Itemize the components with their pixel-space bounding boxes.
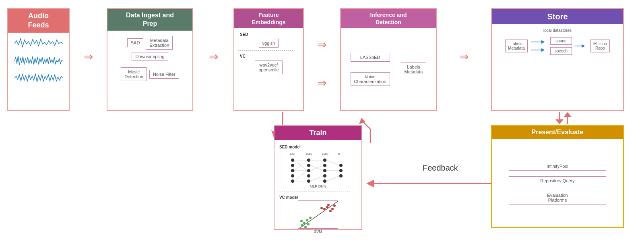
store-arrows	[531, 36, 547, 56]
svg-point-34	[339, 174, 343, 177]
data-ingest-header: Data Ingest and Prep	[107, 9, 192, 31]
svg-line-45	[326, 160, 339, 165]
store-header: Store	[492, 9, 623, 24]
local-datastores-label: local datastores	[543, 28, 572, 33]
vc-model-label: VC model	[279, 195, 298, 200]
svg-point-22	[307, 159, 310, 162]
infinity-pool-box: InfinityPool	[509, 162, 606, 171]
present-content: InfinityPool Repository Query Evaluation…	[492, 139, 623, 227]
audio-feeds-header: Audio Feeds	[8, 9, 69, 33]
store-box: Store local datastores Labels Metadata	[491, 8, 624, 111]
vggish-box: vggish	[259, 39, 279, 48]
svg-point-53	[300, 220, 303, 222]
svm-container: SVM	[278, 200, 358, 234]
feature-embed-content: SED vggish VC wav2vec/ opensmile	[234, 28, 303, 110]
nn-svg: 128 1000 1000 8	[284, 150, 352, 184]
labels-metadata-box: Labels Metadata	[401, 63, 427, 76]
svg-point-23	[307, 164, 310, 167]
waveform-2	[14, 54, 63, 68]
svg-point-56	[323, 208, 326, 210]
svg-point-19	[291, 169, 294, 172]
sed-model-label: SED model	[279, 145, 301, 149]
data-ingest-row2: Music Detection Noise Filter	[120, 66, 180, 82]
arrow-inference-to-store: ⇒	[439, 48, 489, 65]
repository-query-box: Repository Query	[509, 176, 606, 185]
wav2vec-box: wav2vec/ opensmile	[255, 60, 282, 74]
svg-point-58	[329, 210, 332, 212]
svg-line-47	[326, 176, 339, 181]
svg-point-60	[327, 204, 330, 206]
evaluation-platforms-box: Evaluation Platforms	[509, 191, 606, 204]
svg-text:1000: 1000	[322, 152, 328, 155]
train-content: SED model 128 1000 1000 8	[275, 140, 361, 237]
data-ingest-row1: SAD Metadata Extraction Downsampling	[111, 35, 188, 62]
present-box: Present/Evaluate InfinityPool Repository…	[491, 125, 624, 228]
svg-point-61	[331, 208, 334, 210]
noise-filter-box: Noise Filter	[149, 70, 179, 79]
feedback-label: Feedback	[423, 163, 458, 173]
svg-marker-6	[564, 112, 572, 117]
svg-line-39	[294, 171, 307, 181]
voice-char-box: Voice Characterization	[351, 72, 390, 86]
svg-point-51	[301, 224, 303, 226]
store-sounds-group: sound speech	[550, 37, 572, 55]
svg-text:8: 8	[338, 152, 340, 155]
svg-point-30	[323, 174, 326, 177]
svg-point-54	[307, 223, 310, 225]
speech-box: speech	[550, 47, 572, 55]
feedback-arrow	[366, 173, 511, 195]
lassoied-box: LASSoED	[351, 53, 390, 62]
store-diagram: Labels Metadata sound speech	[494, 36, 621, 56]
svg-point-28	[323, 164, 326, 167]
svg-point-59	[320, 207, 323, 209]
svg-point-25	[307, 174, 310, 177]
svg-point-55	[304, 226, 307, 228]
svg-point-33	[339, 169, 343, 172]
train-header: Train	[275, 126, 361, 140]
vc-section-label: VC	[240, 54, 246, 58]
sound-box: sound	[550, 37, 572, 45]
inference-box: Inference and Detection LASSoED Voice Ch…	[340, 8, 437, 111]
audio-feeds-box: Audio Feeds	[7, 8, 70, 111]
inference-items: LASSoED Voice Characterization	[349, 52, 391, 87]
svg-point-27	[323, 159, 326, 162]
inference-content: LASSoED Voice Characterization Labels Me…	[341, 28, 436, 110]
store-labels-meta-box: Labels Metadata	[505, 40, 528, 52]
data-ingest-box: Data Ingest and Prep SAD Metadata Extrac…	[107, 8, 193, 111]
divider1	[238, 50, 293, 51]
svm-svg	[298, 200, 338, 229]
svg-point-29	[323, 169, 326, 172]
store-content: local datastores Labels Metadata	[492, 24, 623, 110]
arrow-audio-to-ingest: ⇒	[72, 48, 105, 65]
train-divider	[278, 192, 350, 192]
metadata-box: Metadata Extraction	[146, 36, 173, 50]
inference-labels-meta: Labels Metadata	[400, 61, 428, 77]
arrow-present-to-store	[561, 112, 574, 125]
svg-text:128: 128	[290, 152, 295, 155]
svg-point-52	[309, 217, 312, 219]
waveform-1	[14, 37, 63, 51]
arrow-ingest-to-feature: ⇒	[195, 48, 232, 65]
waveform-3	[14, 71, 63, 86]
svg-point-17	[291, 159, 294, 162]
sad-box: SAD	[127, 38, 144, 47]
svg-line-48	[298, 201, 338, 229]
diagram-container: Audio Feeds ⇒ Data Ingest and Pre	[0, 0, 644, 242]
audio-feeds-content	[8, 33, 69, 110]
arrow-feature-to-inference-1: ⇒	[305, 36, 338, 52]
downsampling-box: Downsampling	[132, 52, 168, 61]
svg-point-21	[291, 179, 294, 183]
svg-point-31	[323, 179, 326, 183]
svg-point-50	[306, 219, 308, 221]
music-detection-box: Music Detection	[121, 67, 147, 81]
svg-point-24	[307, 169, 310, 172]
svg-point-26	[307, 179, 310, 183]
svg-text:1000: 1000	[306, 152, 312, 155]
svg-point-49	[303, 222, 305, 224]
svg-line-44	[310, 176, 323, 181]
sed-section-label: SED	[240, 32, 248, 37]
store-arrows2	[575, 36, 587, 56]
mission-repo-box: Mission Repo	[590, 40, 610, 52]
svg-point-62	[333, 204, 336, 207]
train-box: Train SED model 128 1000 1000 8	[274, 125, 362, 230]
